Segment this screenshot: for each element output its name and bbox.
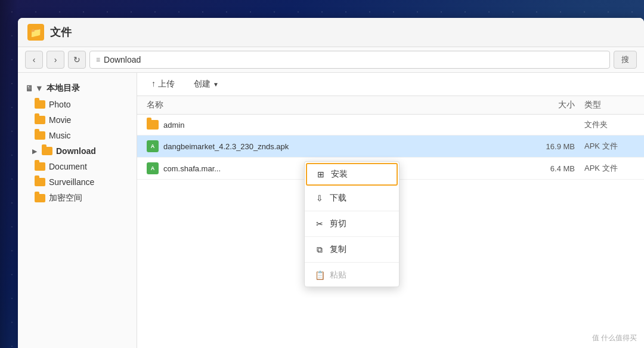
drive-icon: 🖥	[25, 84, 33, 93]
folder-photo-icon	[35, 100, 45, 109]
back-button[interactable]: ‹	[25, 51, 43, 69]
apk-icon: A	[147, 162, 159, 174]
download-icon: ⇩	[314, 193, 325, 203]
header-size: 大小	[503, 100, 575, 110]
sidebar-item-encrypted-label: 加密空间	[49, 193, 129, 204]
sidebar-local-dir[interactable]: 🖥 ▶ 本地目录	[18, 80, 137, 97]
context-menu-divider	[305, 211, 399, 211]
context-menu-download-label: 下载	[330, 193, 346, 204]
file-name-cell: A dangbeimarket_4.2.3_230_znds.apk	[147, 140, 503, 152]
folder-document-icon	[35, 162, 45, 171]
folder-music-icon	[35, 131, 45, 140]
context-menu-install-label: 安装	[331, 169, 348, 180]
sidebar-item-encrypted[interactable]: 加密空间	[18, 190, 137, 207]
sidebar-item-photo[interactable]: Photo	[18, 97, 137, 112]
file-type: APK 文件	[575, 141, 634, 152]
create-label: 创建	[194, 79, 210, 90]
file-list-toolbar: ↑ 上传 创建 ▼	[137, 73, 644, 96]
apk-icon: A	[147, 140, 159, 152]
sidebar-item-download[interactable]: ▶ Download	[18, 143, 137, 159]
address-bar-text: Download	[104, 55, 141, 64]
create-button[interactable]: 创建 ▼	[189, 76, 224, 92]
file-name: admin	[163, 121, 184, 130]
refresh-button[interactable]: ↻	[68, 51, 86, 69]
file-name-cell: admin	[147, 120, 503, 130]
file-size: 6.4 MB	[503, 164, 575, 173]
file-name: dangbeimarket_4.2.3_230_znds.apk	[163, 142, 289, 151]
context-menu-copy-label: 复制	[330, 244, 346, 255]
install-icon: ⊞	[315, 170, 326, 179]
sidebar-item-music-label: Music	[49, 131, 129, 140]
cut-icon: ✂	[314, 219, 325, 229]
table-row[interactable]: A dangbeimarket_4.2.3_230_znds.apk 16.9 …	[137, 135, 644, 158]
sidebar: 🖥 ▶ 本地目录 Photo Movie Music ▶	[18, 73, 137, 348]
context-menu: ⊞ 安装 ⇩ 下载 ✂ 剪切 ⧉ 复制 📋 粘贴	[304, 161, 400, 287]
context-menu-cut-label: 剪切	[330, 218, 346, 229]
copy-icon: ⧉	[314, 245, 325, 255]
table-header: 名称 大小 类型	[137, 96, 644, 115]
context-menu-item-cut[interactable]: ✂ 剪切	[305, 213, 399, 235]
upload-button[interactable]: ↑ 上传	[147, 76, 179, 92]
context-menu-item-install[interactable]: ⊞ 安装	[306, 163, 398, 186]
toolbar: ‹ › ↻ ≡ Download 搜	[18, 47, 644, 73]
sidebar-item-document[interactable]: Document	[18, 159, 137, 174]
folder-list-icon	[147, 120, 159, 130]
sidebar-item-music[interactable]: Music	[18, 128, 137, 143]
context-menu-divider	[305, 262, 399, 263]
folder-movie-icon	[35, 116, 45, 124]
sidebar-item-download-label: Download	[56, 146, 129, 156]
folder-surveillance-icon	[35, 178, 45, 186]
address-bar[interactable]: ≡ Download	[89, 51, 610, 69]
sidebar-item-document-label: Document	[49, 162, 129, 171]
context-menu-item-download[interactable]: ⇩ 下载	[305, 187, 399, 210]
folder-download-icon	[42, 147, 52, 155]
sidebar-item-surveillance[interactable]: Surveillance	[18, 174, 137, 190]
window-icon: 📁	[27, 24, 44, 41]
sidebar-item-surveillance-label: Surveillance	[49, 177, 129, 187]
search-button[interactable]: 搜	[614, 51, 637, 69]
folder-encrypted-icon	[35, 194, 45, 202]
sidebar-section-local: 🖥 ▶ 本地目录 Photo Movie Music ▶	[18, 78, 137, 209]
context-menu-paste-label: 粘贴	[330, 270, 346, 281]
local-dir-label: 本地目录	[47, 83, 129, 94]
file-size: 16.9 MB	[503, 142, 575, 151]
watermark: 值 什么值得买	[592, 333, 637, 343]
address-bar-icon: ≡	[96, 56, 100, 64]
sidebar-item-photo-label: Photo	[49, 100, 129, 109]
file-type: APK 文件	[575, 163, 634, 174]
context-menu-divider	[305, 236, 399, 237]
header-name: 名称	[147, 100, 503, 110]
expand-triangle-icon: ▶	[36, 86, 43, 91]
paste-icon: 📋	[314, 270, 325, 280]
title-bar: 📁 文件	[18, 18, 644, 47]
window-title: 文件	[50, 25, 72, 39]
context-menu-item-copy[interactable]: ⧉ 复制	[305, 238, 399, 261]
download-expand-icon: ▶	[32, 148, 37, 155]
create-arrow-icon: ▼	[213, 81, 219, 88]
context-menu-item-paste: 📋 粘贴	[305, 264, 399, 287]
file-type: 文件夹	[575, 119, 634, 130]
file-name: com.shafa.mar...	[163, 164, 221, 173]
sidebar-item-movie-label: Movie	[49, 115, 129, 125]
forward-button[interactable]: ›	[47, 51, 64, 69]
table-row[interactable]: admin 文件夹	[137, 115, 644, 135]
header-type: 类型	[575, 100, 634, 110]
sidebar-item-movie[interactable]: Movie	[18, 112, 137, 128]
